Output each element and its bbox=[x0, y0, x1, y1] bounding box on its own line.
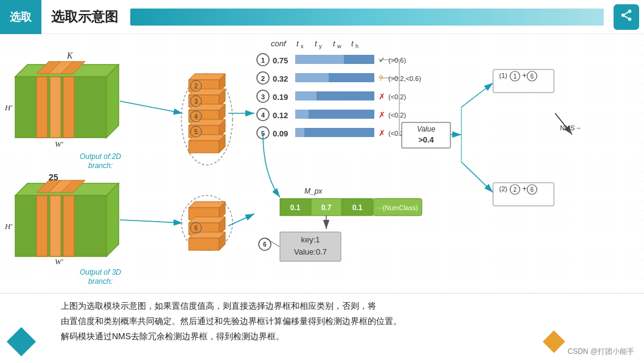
svg-marker-12 bbox=[61, 62, 85, 74]
svg-rect-153 bbox=[373, 199, 422, 216]
svg-rect-87 bbox=[295, 55, 374, 64]
header-bar bbox=[130, 9, 604, 26]
svg-rect-102 bbox=[295, 91, 317, 100]
svg-text:4: 4 bbox=[261, 111, 265, 119]
svg-text:t: t bbox=[333, 39, 336, 48]
svg-rect-115 bbox=[295, 128, 374, 137]
svg-text:t: t bbox=[296, 39, 299, 48]
svg-rect-130 bbox=[493, 69, 554, 93]
svg-text:t: t bbox=[351, 39, 354, 48]
svg-text:Output of 3D: Output of 3D bbox=[80, 268, 121, 277]
svg-marker-51 bbox=[189, 141, 219, 153]
svg-marker-22 bbox=[15, 183, 119, 196]
bottom-text-section: 上图为选取模块示意图，如果置信度值高，则直接选择边界框和相应类别，否则，将 由置… bbox=[0, 293, 644, 363]
svg-text:(<0.2): (<0.2) bbox=[388, 111, 406, 119]
svg-text:t: t bbox=[315, 39, 318, 48]
svg-marker-9 bbox=[107, 65, 119, 138]
svg-text:6: 6 bbox=[194, 225, 198, 231]
svg-text:0.19: 0.19 bbox=[273, 93, 288, 102]
svg-point-2 bbox=[628, 18, 632, 21]
svg-point-59 bbox=[191, 126, 201, 137]
svg-line-19 bbox=[120, 101, 183, 113]
header: 选取 选取示意图 bbox=[0, 0, 644, 34]
svg-text:x: x bbox=[301, 43, 304, 49]
svg-marker-71 bbox=[219, 232, 225, 250]
svg-text:(<0.2): (<0.2) bbox=[388, 93, 406, 100]
svg-marker-47 bbox=[189, 119, 225, 125]
main-diagram: K H' W' Output of:2D branch: 25 H' W' Ou… bbox=[0, 34, 644, 296]
svg-rect-137 bbox=[493, 183, 554, 206]
svg-point-57 bbox=[191, 111, 201, 122]
svg-marker-67 bbox=[189, 223, 219, 235]
share-button[interactable] bbox=[614, 4, 639, 30]
svg-rect-108 bbox=[295, 110, 374, 119]
svg-point-98 bbox=[257, 90, 269, 102]
svg-text:0.32: 0.32 bbox=[273, 74, 288, 83]
svg-text:w: w bbox=[337, 43, 341, 49]
svg-rect-29 bbox=[50, 196, 61, 256]
svg-rect-116 bbox=[295, 128, 304, 137]
share-icon bbox=[620, 9, 633, 25]
svg-rect-6 bbox=[0, 34, 644, 296]
svg-marker-69 bbox=[189, 232, 225, 238]
svg-rect-15 bbox=[63, 77, 74, 138]
svg-text:2: 2 bbox=[513, 186, 517, 193]
svg-marker-48 bbox=[189, 125, 219, 138]
svg-rect-151 bbox=[342, 199, 373, 216]
svg-text:3: 3 bbox=[261, 93, 265, 100]
svg-text:0.1: 0.1 bbox=[352, 203, 363, 212]
svg-marker-50 bbox=[189, 135, 225, 141]
svg-marker-38 bbox=[189, 74, 225, 80]
svg-text:branch:: branch: bbox=[88, 277, 113, 286]
svg-text:6: 6 bbox=[530, 186, 534, 193]
svg-rect-94 bbox=[295, 73, 374, 82]
svg-rect-13 bbox=[37, 77, 47, 138]
svg-text:+: + bbox=[522, 71, 527, 80]
svg-text:0.09: 0.09 bbox=[273, 129, 288, 138]
svg-text:H': H' bbox=[4, 103, 12, 112]
svg-text:✗: ✗ bbox=[379, 110, 385, 119]
svg-marker-44 bbox=[189, 104, 225, 110]
svg-text:✓: ✓ bbox=[379, 55, 385, 65]
svg-rect-147 bbox=[280, 199, 310, 216]
svg-point-62 bbox=[181, 196, 233, 250]
svg-point-55 bbox=[191, 96, 201, 107]
svg-text:0.7: 0.7 bbox=[321, 203, 332, 212]
svg-marker-63 bbox=[189, 202, 225, 208]
bottom-text-line1: 上图为选取模块示意图，如果置信度值高，则直接选择边界框和相应类别，否则，将 bbox=[61, 298, 607, 314]
svg-line-128 bbox=[461, 83, 493, 107]
svg-text:(<0.2): (<0.2) bbox=[388, 130, 406, 137]
svg-text:branch:: branch: bbox=[88, 161, 113, 170]
svg-line-144 bbox=[555, 113, 572, 135]
svg-marker-64 bbox=[189, 208, 219, 220]
svg-rect-88 bbox=[295, 55, 344, 64]
svg-marker-26 bbox=[49, 180, 73, 192]
svg-text:H': H' bbox=[4, 222, 12, 231]
svg-marker-68 bbox=[219, 217, 225, 235]
svg-text:1: 1 bbox=[261, 57, 265, 64]
svg-rect-119 bbox=[402, 122, 450, 148]
svg-rect-158 bbox=[280, 232, 341, 261]
svg-text:(>0.2,<0.6): (>0.2,<0.6) bbox=[388, 75, 421, 82]
svg-rect-30 bbox=[63, 196, 74, 256]
svg-marker-39 bbox=[189, 80, 219, 92]
svg-text:✗: ✗ bbox=[379, 129, 385, 138]
svg-text:6: 6 bbox=[530, 73, 534, 80]
svg-text:5: 5 bbox=[261, 130, 265, 137]
watermark: CSDN @打团小能手 bbox=[567, 347, 634, 357]
svg-text:(2): (2) bbox=[499, 185, 507, 192]
svg-text:y: y bbox=[319, 43, 322, 49]
svg-point-0 bbox=[628, 10, 632, 13]
svg-text:Value:0.7: Value:0.7 bbox=[294, 247, 327, 256]
bottom-text-line3: 解码模块通过NMS去除冗余检测边界框，得到检测边界框。 bbox=[61, 329, 607, 344]
svg-text:···(NumClass): ···(NumClass) bbox=[377, 204, 418, 211]
svg-text:5: 5 bbox=[194, 129, 198, 135]
svg-rect-28 bbox=[37, 196, 47, 256]
svg-text:0.1: 0.1 bbox=[290, 203, 301, 212]
svg-marker-46 bbox=[219, 104, 225, 122]
svg-marker-70 bbox=[189, 238, 219, 250]
svg-text:W': W' bbox=[55, 257, 63, 266]
svg-marker-66 bbox=[189, 217, 225, 223]
svg-rect-109 bbox=[295, 110, 309, 119]
svg-text:(1): (1) bbox=[499, 72, 507, 79]
